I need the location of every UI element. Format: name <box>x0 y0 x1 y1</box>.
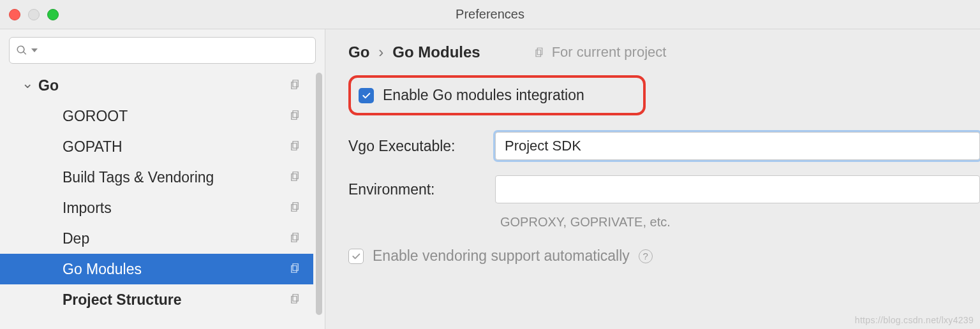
env-row: Environment: <box>348 175 980 203</box>
enable-modules-checkbox[interactable] <box>359 88 374 103</box>
environment-input[interactable] <box>495 175 980 203</box>
tree-rows: GoGOROOTGOPATHBuild Tags & VendoringImpo… <box>0 70 313 315</box>
search-wrap <box>0 29 325 70</box>
sidebar-item-dep[interactable]: Dep <box>0 223 313 254</box>
sidebar-item-build-tags-vendoring[interactable]: Build Tags & Vendoring <box>0 162 313 193</box>
copy-icon <box>289 169 301 186</box>
titlebar: Preferences <box>0 0 980 29</box>
search-icon <box>16 45 27 56</box>
vendoring-label: Enable vendoring support automatically <box>373 247 630 265</box>
sidebar-item-label: GOROOT <box>63 108 128 125</box>
main-split: GoGOROOTGOPATHBuild Tags & VendoringImpo… <box>0 29 980 329</box>
copy-icon <box>534 47 546 58</box>
sidebar-item-project-structure[interactable]: Project Structure <box>0 284 313 315</box>
sidebar-item-imports[interactable]: Imports <box>0 193 313 223</box>
sidebar-item-label: GOPATH <box>63 138 122 156</box>
enable-modules-highlight: Enable Go modules integration <box>348 75 646 115</box>
copy-icon <box>289 200 301 217</box>
vgo-label: Vgo Executable: <box>348 138 489 155</box>
sidebar-item-gopath[interactable]: GOPATH <box>0 131 313 162</box>
sidebar-item-go-modules[interactable]: Go Modules <box>0 254 313 284</box>
sidebar-item-label: Dep <box>63 230 89 247</box>
sidebar-item-label: Imports <box>63 200 112 217</box>
enable-modules-label: Enable Go modules integration <box>383 87 584 104</box>
search-field[interactable] <box>41 44 309 57</box>
sidebar-item-goroot[interactable]: GOROOT <box>0 101 313 131</box>
vgo-row: Vgo Executable: Project SDK <box>348 132 980 160</box>
vendoring-row: Enable vendoring support automatically ? <box>348 247 980 265</box>
watermark: https://blog.csdn.net/lxy4239 <box>855 315 974 325</box>
breadcrumb: Go › Go Modules For current project <box>348 43 980 61</box>
chevron-down-icon <box>22 77 33 94</box>
settings-tree: GoGOROOTGOPATHBuild Tags & VendoringImpo… <box>0 70 325 329</box>
copy-icon <box>289 138 301 156</box>
for-current-project-label: For current project <box>552 44 667 61</box>
zoom-window-button[interactable] <box>47 9 59 20</box>
copy-icon <box>289 261 301 278</box>
chevron-right-icon: › <box>378 43 383 61</box>
check-icon <box>361 91 371 101</box>
copy-icon <box>289 108 301 125</box>
sidebar-item-go[interactable]: Go <box>0 70 313 101</box>
sidebar-item-label: Build Tags & Vendoring <box>63 169 214 186</box>
search-input[interactable] <box>9 37 316 64</box>
scrollbar[interactable] <box>316 73 322 315</box>
environment-hint: GOPROXY, GOPRIVATE, etc. <box>500 215 980 230</box>
sidebar-item-label: Go Modules <box>63 261 142 278</box>
copy-icon <box>289 77 301 94</box>
traffic-lights <box>9 9 59 20</box>
for-current-project: For current project <box>534 44 667 61</box>
copy-icon <box>289 291 301 309</box>
copy-icon <box>289 230 301 247</box>
env-label: Environment: <box>348 181 489 198</box>
breadcrumb-leaf: Go Modules <box>392 43 480 61</box>
sidebar-item-label: Project Structure <box>63 291 182 309</box>
sidebar: GoGOROOTGOPATHBuild Tags & VendoringImpo… <box>0 29 325 329</box>
help-icon[interactable]: ? <box>639 249 653 263</box>
chevron-down-icon <box>31 48 38 52</box>
sidebar-item-label: Go <box>38 77 59 94</box>
minimize-window-button[interactable] <box>28 9 40 20</box>
vendoring-checkbox <box>348 249 364 264</box>
breadcrumb-root[interactable]: Go <box>348 43 369 61</box>
vgo-executable-select[interactable]: Project SDK <box>495 132 980 160</box>
window-title: Preferences <box>456 7 524 22</box>
content-pane: Go › Go Modules For current project Enab… <box>325 29 980 329</box>
check-icon <box>351 251 361 261</box>
vgo-executable-value: Project SDK <box>505 138 581 154</box>
close-window-button[interactable] <box>9 9 20 20</box>
